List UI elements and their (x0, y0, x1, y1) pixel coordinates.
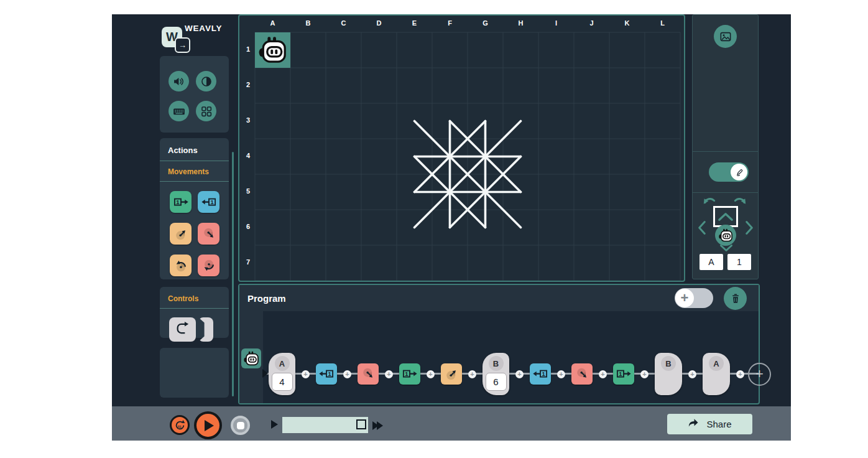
row-position-input[interactable]: 1 (727, 254, 751, 270)
column-position-input[interactable]: A (699, 254, 723, 270)
contrast-icon (200, 75, 213, 88)
program-panel: Program + A4+1++1++B6+1++1+B+A++ (238, 284, 760, 404)
add-step-end-button[interactable]: + (748, 363, 771, 386)
app-frame: W → WEAVLY Actions Movements 11 Controls… (112, 14, 791, 441)
stop-button[interactable] (231, 416, 250, 435)
palette-block-turn-left-45[interactable] (170, 223, 192, 245)
character-panel: A 1 (692, 14, 759, 279)
program-block-loop-end-B[interactable]: B (655, 353, 682, 395)
audio-feedback-button[interactable] (169, 71, 189, 91)
weavly-logo-text: WEAVLY (185, 24, 222, 33)
add-step-connector[interactable]: + (557, 370, 565, 378)
program-header: Program + (239, 285, 759, 311)
program-start-marker (262, 369, 268, 378)
add-step-connector[interactable]: + (688, 370, 696, 378)
share-label: Share (706, 419, 731, 429)
program-block-loop-end-A[interactable]: A (703, 353, 730, 395)
keyboard-icon (172, 105, 186, 118)
loop-icon (169, 317, 196, 342)
empty-palette-box (160, 348, 229, 398)
divider (693, 151, 758, 152)
forward-1-icon: 1 (172, 194, 190, 211)
program-block-loop-start-B[interactable]: B6 (482, 353, 509, 395)
add-step-connector[interactable]: + (427, 370, 435, 378)
weavly-logo-arrow-icon: → (175, 37, 190, 53)
svg-text:1: 1 (619, 371, 622, 377)
svg-text:1: 1 (176, 199, 179, 205)
controls-label: Controls (160, 287, 229, 308)
program-block-forward-1[interactable]: 1 (613, 363, 634, 385)
add-step-connector[interactable]: + (302, 370, 310, 378)
add-step-connector[interactable]: + (736, 370, 744, 378)
share-button[interactable]: Share (667, 414, 752, 434)
backward-1-icon: 1 (318, 365, 335, 383)
loop-iterations-input[interactable]: 6 (486, 373, 507, 391)
program-block-backward-1[interactable]: 1 (316, 363, 337, 385)
accessibility-box (160, 56, 229, 133)
palette-scrollbar[interactable] (232, 152, 234, 396)
play-button[interactable] (194, 411, 222, 439)
forward-1-icon: 1 (401, 365, 418, 383)
weavly-logo: W → WEAVLY (160, 25, 234, 56)
add-step-connector[interactable]: + (468, 370, 476, 378)
loop-iterations-input[interactable]: 4 (272, 373, 293, 391)
add-step-connector[interactable]: + (640, 370, 649, 378)
svg-text:1: 1 (328, 371, 331, 377)
palette-block-backward-1[interactable]: 1 (198, 191, 219, 213)
palette-block-turn-left-90[interactable] (170, 255, 192, 276)
share-icon (688, 418, 706, 431)
weavly-app-page: W → WEAVLY Actions Movements 11 Controls… (0, 0, 868, 458)
facing-up-selector[interactable] (713, 206, 738, 227)
program-block-forward-1[interactable]: 1 (399, 363, 420, 385)
turn-right-90-icon (200, 257, 218, 274)
theme-contrast-button[interactable] (196, 71, 216, 91)
divider (693, 192, 758, 193)
palette-block-turn-right-90[interactable] (198, 255, 219, 276)
add-step-connector[interactable]: + (385, 370, 393, 378)
apps-grid-icon (200, 105, 213, 118)
plus-icon: + (675, 289, 694, 307)
play-icon (205, 420, 214, 431)
pen-toggle[interactable] (709, 162, 749, 182)
grid-lines (239, 16, 684, 281)
svg-text:1: 1 (210, 199, 213, 205)
move-down-button[interactable] (719, 244, 733, 252)
add-node-toggle[interactable]: + (675, 288, 713, 308)
move-left-button[interactable] (698, 220, 706, 235)
program-block-loop-start-A[interactable]: A4 (269, 353, 295, 395)
loop-label: A (275, 356, 290, 371)
palette-block-turn-right-45[interactable] (198, 223, 219, 245)
pen-icon (731, 164, 747, 180)
undo-icon[interactable] (703, 195, 718, 205)
speed-slider[interactable] (282, 417, 368, 433)
delete-program-button[interactable] (724, 287, 747, 310)
add-step-connector[interactable]: + (515, 370, 524, 378)
reset-button[interactable] (170, 415, 190, 435)
character-cell[interactable] (255, 32, 290, 68)
program-character-icon (241, 348, 261, 368)
add-step-connector[interactable]: + (599, 370, 607, 378)
keyboard-shortcuts-button[interactable] (169, 101, 189, 121)
program-block-turn-left-45[interactable] (441, 363, 462, 385)
palette-block-forward-1[interactable]: 1 (170, 191, 192, 213)
add-step-connector[interactable]: + (343, 370, 351, 378)
scene-grid-panel: ABCDEFGHIJKL1234567 (238, 14, 685, 282)
program-block-turn-right-45[interactable] (358, 363, 379, 385)
fast-forward-icon (372, 421, 383, 430)
turn-right-45-icon (359, 365, 377, 383)
loop-palette-block[interactable] (160, 309, 229, 342)
character-avatar (715, 225, 736, 246)
program-body: A4+1++1++B6+1++1+B+A++ (239, 311, 759, 403)
layout-options-button[interactable] (196, 101, 216, 121)
scene-background-button[interactable] (714, 25, 737, 48)
forward-1-icon: 1 (615, 365, 632, 383)
speed-slider-thumb[interactable] (356, 419, 366, 429)
loop-label: B (489, 356, 504, 371)
redo-icon[interactable] (732, 195, 747, 205)
program-block-backward-1[interactable]: 1 (530, 363, 551, 385)
move-right-button[interactable] (745, 220, 754, 235)
robot-character-icon (257, 36, 287, 63)
program-block-turn-right-45[interactable] (571, 363, 593, 385)
loop-label: A (709, 356, 724, 371)
backward-1-icon: 1 (200, 194, 218, 211)
